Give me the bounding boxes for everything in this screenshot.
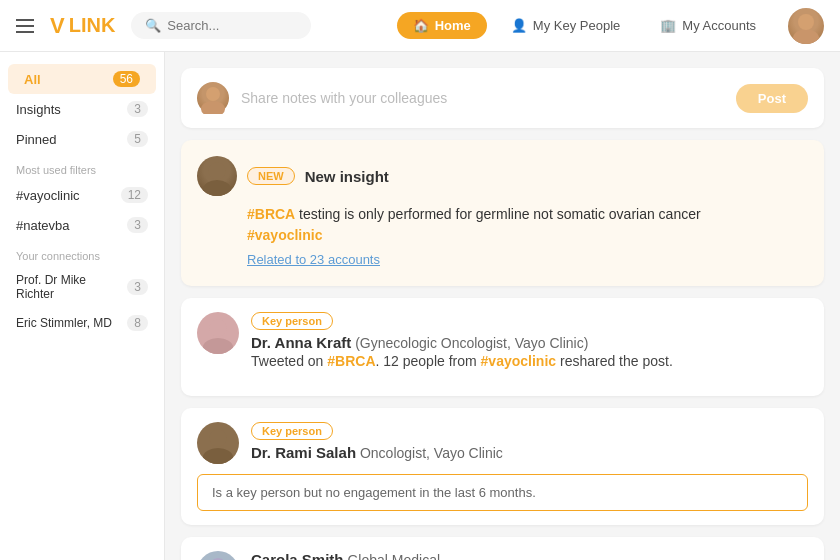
rami-key-person-badge: Key person	[251, 422, 333, 440]
person-header-rami: Key person Dr. Rami Salah Oncologist, Va…	[197, 422, 808, 464]
anna-key-person-badge: Key person	[251, 312, 333, 330]
sidebar-connection-eric-label: Eric Stimmler, MD	[16, 316, 112, 330]
insight-body: #BRCA testing is only performed for germ…	[247, 204, 808, 270]
app-header: V LINK 🔍 🏠 Home 👤 My Key People 🏢 My Acc…	[0, 0, 840, 52]
anna-body-suffix: reshared the post.	[556, 353, 673, 369]
search-icon: 🔍	[145, 18, 161, 33]
svg-point-10	[203, 448, 233, 464]
insight-avatar	[197, 156, 237, 196]
sidebar-connection-eric-count: 8	[127, 315, 148, 331]
anna-vayoclinic-tag[interactable]: #vayoclinic	[481, 353, 557, 369]
anna-name-row: Dr. Anna Kraft (Gynecologic Oncologist, …	[251, 334, 673, 351]
sidebar-item-pinned[interactable]: Pinned 5	[0, 124, 164, 154]
sidebar-item-mike[interactable]: Prof. Dr Mike Richter 3	[0, 266, 164, 308]
sidebar: All 56 Insights 3 Pinned 5 Most used fil…	[0, 52, 165, 560]
sidebar-filters-section: Most used filters	[0, 154, 164, 180]
svg-point-4	[201, 101, 225, 114]
svg-point-1	[793, 29, 819, 44]
svg-point-5	[208, 162, 226, 180]
carola-avatar	[197, 551, 239, 561]
nav-accounts-label: My Accounts	[682, 18, 756, 33]
anna-body-middle: . 12 people from	[376, 353, 481, 369]
anna-name[interactable]: Dr. Anna Kraft	[251, 334, 351, 351]
anna-body: Tweeted on #BRCA. 12 people from #vayocl…	[251, 351, 673, 372]
main-nav: 🏠 Home 👤 My Key People 🏢 My Accounts	[397, 12, 772, 39]
sidebar-tag-vayoclinic-count: 12	[121, 187, 148, 203]
insight-brca-tag[interactable]: #BRCA	[247, 206, 295, 222]
nav-key-people-label: My Key People	[533, 18, 620, 33]
anna-brca-tag[interactable]: #BRCA	[327, 353, 375, 369]
svg-point-9	[209, 429, 227, 447]
sidebar-item-vayoclinic[interactable]: #vayoclinic 12	[0, 180, 164, 210]
note-input-placeholder[interactable]: Share notes with your colleagues	[241, 90, 724, 106]
sidebar-connection-mike-count: 3	[127, 279, 148, 295]
rami-warning-text: Is a key person but no engagement in the…	[212, 485, 536, 500]
sidebar-item-eric[interactable]: Eric Stimmler, MD 8	[0, 308, 164, 338]
svg-point-8	[203, 338, 233, 354]
insight-card-brca: NEW New insight #BRCA testing is only pe…	[181, 140, 824, 286]
sidebar-all-label: All	[24, 72, 41, 87]
sidebar-pinned-count: 5	[127, 131, 148, 147]
carola-name[interactable]: Carola Smith	[251, 551, 344, 561]
nav-key-people-button[interactable]: 👤 My Key People	[495, 12, 636, 39]
sidebar-connection-mike-label: Prof. Dr Mike Richter	[16, 273, 127, 301]
insight-vayoclinic-tag[interactable]: #vayoclinic	[247, 227, 323, 243]
sidebar-tag-vayoclinic: #vayoclinic	[16, 188, 80, 203]
people-icon: 👤	[511, 18, 527, 33]
sidebar-tag-natevba: #natevba	[16, 218, 70, 233]
svg-point-2	[798, 14, 814, 30]
svg-point-3	[206, 87, 220, 101]
anna-role-text: (Gynecologic Oncologist, Vayo Clinic)	[355, 335, 588, 351]
user-avatar[interactable]	[788, 8, 824, 44]
nav-accounts-button[interactable]: 🏢 My Accounts	[644, 12, 772, 39]
rami-info: Key person Dr. Rami Salah Oncologist, Va…	[251, 422, 503, 461]
person-header-anna: Key person Dr. Anna Kraft (Gynecologic O…	[197, 312, 808, 372]
rami-avatar	[197, 422, 239, 464]
insight-header: NEW New insight	[197, 156, 808, 196]
rami-name[interactable]: Dr. Rami Salah	[251, 444, 356, 461]
rami-role-text: Oncologist, Vayo Clinic	[360, 445, 503, 461]
anna-info: Key person Dr. Anna Kraft (Gynecologic O…	[251, 312, 673, 372]
person-card-anna: Key person Dr. Anna Kraft (Gynecologic O…	[181, 298, 824, 396]
post-button[interactable]: Post	[736, 84, 808, 113]
sidebar-all-count: 56	[113, 71, 140, 87]
home-icon: 🏠	[413, 18, 429, 33]
carola-role-text: Global Medical	[347, 552, 440, 561]
person-header-carola: Carola Smith Global Medical Not enough p…	[197, 551, 808, 561]
main-feed: Share notes with your colleagues Post NE…	[165, 52, 840, 560]
svg-point-6	[203, 180, 231, 196]
sidebar-item-all[interactable]: All 56	[8, 64, 156, 94]
new-badge: NEW	[247, 167, 295, 185]
note-input-card: Share notes with your colleagues Post	[181, 68, 824, 128]
sidebar-connections-section: Your connections	[0, 240, 164, 266]
nav-home-label: Home	[435, 18, 471, 33]
menu-button[interactable]	[16, 19, 34, 33]
search-box[interactable]: 🔍	[131, 12, 311, 39]
person-card-carola: Carola Smith Global Medical Not enough p…	[181, 537, 824, 561]
logo-text: LINK	[69, 14, 116, 37]
anna-body-prefix: Tweeted on	[251, 353, 327, 369]
accounts-icon: 🏢	[660, 18, 676, 33]
search-input[interactable]	[167, 18, 297, 33]
logo-v: V	[50, 13, 65, 39]
sidebar-item-insights[interactable]: Insights 3	[0, 94, 164, 124]
rami-name-row: Dr. Rami Salah Oncologist, Vayo Clinic	[251, 444, 503, 461]
insight-title: New insight	[305, 168, 389, 185]
sidebar-pinned-label: Pinned	[16, 132, 56, 147]
anna-avatar	[197, 312, 239, 354]
sidebar-tag-natevba-count: 3	[127, 217, 148, 233]
svg-point-7	[209, 319, 227, 337]
carola-name-row: Carola Smith Global Medical	[251, 551, 586, 561]
sidebar-insights-label: Insights	[16, 102, 61, 117]
nav-home-button[interactable]: 🏠 Home	[397, 12, 487, 39]
sidebar-insights-count: 3	[127, 101, 148, 117]
current-user-avatar	[197, 82, 229, 114]
logo: V LINK	[50, 13, 115, 39]
person-card-rami: Key person Dr. Rami Salah Oncologist, Va…	[181, 408, 824, 525]
carola-info: Carola Smith Global Medical Not enough p…	[251, 551, 586, 561]
related-accounts-link[interactable]: Related to 23 accounts	[247, 250, 808, 270]
rami-warning-box: Is a key person but no engagement in the…	[197, 474, 808, 511]
insight-body-text: testing is only performed for germline n…	[295, 206, 700, 222]
sidebar-item-natevba[interactable]: #natevba 3	[0, 210, 164, 240]
app-layout: All 56 Insights 3 Pinned 5 Most used fil…	[0, 52, 840, 560]
